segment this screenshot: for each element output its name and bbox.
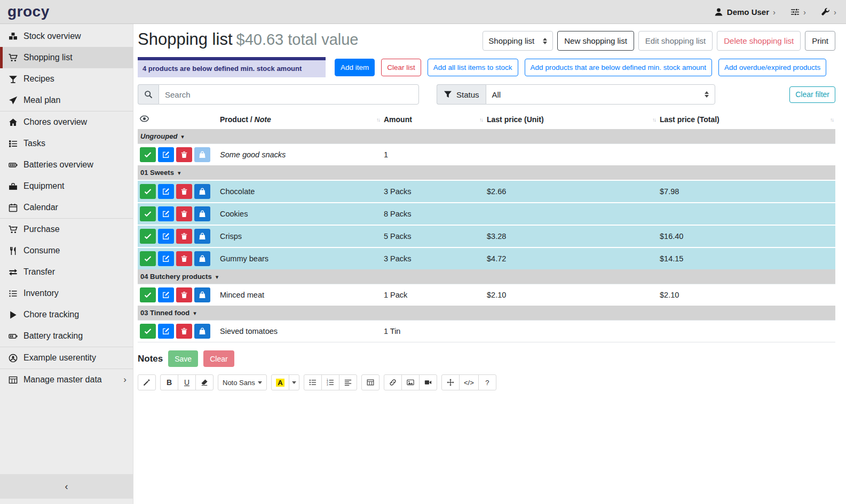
add-overdue-button[interactable]: Add overdue/expired products xyxy=(718,59,826,76)
sidebar-item-tasks[interactable]: Tasks xyxy=(0,133,133,154)
clear-filter-button[interactable]: Clear filter xyxy=(789,86,835,103)
font-color-caret-button[interactable] xyxy=(289,374,299,390)
user-menu[interactable]: Demo User › xyxy=(714,7,776,17)
sidebar-item-battery-tracking[interactable]: Battery tracking xyxy=(0,325,133,347)
row-done-button[interactable] xyxy=(140,287,156,302)
group-header-ungrouped[interactable]: Ungrouped▾ xyxy=(138,129,835,144)
new-shopping-list-button[interactable]: New shopping list xyxy=(557,31,634,51)
magic-style-button[interactable] xyxy=(138,374,156,390)
notes-clear-button[interactable]: Clear xyxy=(203,350,234,367)
sidebar-item-inventory[interactable]: Inventory xyxy=(0,283,133,304)
font-color-button[interactable]: A xyxy=(271,374,289,390)
column-price-unit[interactable]: Last price (Unit)↑↓ xyxy=(485,111,658,129)
sidebar-item-equipment[interactable]: Equipment xyxy=(0,175,133,197)
row-add-to-stock-button[interactable] xyxy=(194,229,210,244)
row-delete-button[interactable] xyxy=(176,147,192,162)
sidebar-item-batteries-overview[interactable]: Batteries overview xyxy=(0,154,133,175)
sort-icon[interactable]: ↑↓ xyxy=(479,117,483,123)
add-below-min-stock-button[interactable]: Add products that are below defined min.… xyxy=(525,59,712,76)
sidebar-item-transfer[interactable]: Transfer xyxy=(0,261,133,283)
sidebar-item-chore-tracking[interactable]: Chore tracking xyxy=(0,304,133,325)
insert-video-button[interactable] xyxy=(419,374,437,390)
ordered-list-button[interactable]: 123 xyxy=(321,374,339,390)
row-edit-button[interactable] xyxy=(158,184,174,199)
code-view-button[interactable]: </> xyxy=(459,374,479,390)
add-all-to-stock-button[interactable]: Add all list items to stock xyxy=(428,59,518,76)
row-edit-button[interactable] xyxy=(158,229,174,244)
row-delete-button[interactable] xyxy=(176,287,192,302)
row-done-button[interactable] xyxy=(140,147,156,162)
sidebar-item-meal-plan[interactable]: Meal plan xyxy=(0,90,133,111)
clear-list-button[interactable]: Clear list xyxy=(381,59,421,76)
row-done-button[interactable] xyxy=(140,251,156,266)
group-header-01-sweets[interactable]: 01 Sweets▾ xyxy=(138,165,835,180)
bold-button[interactable]: B xyxy=(160,374,178,390)
action-row: 4 products are below defined min. stock … xyxy=(138,57,835,77)
row-edit-button[interactable] xyxy=(158,287,174,302)
row-delete-button[interactable] xyxy=(176,251,192,266)
sidebar-item-shopping-list[interactable]: Shopping list xyxy=(0,47,133,68)
unordered-list-button[interactable] xyxy=(304,374,322,390)
admin-menu[interactable]: › xyxy=(821,7,836,17)
column-amount[interactable]: Amount↑↓ xyxy=(382,111,485,129)
row-add-to-stock-button[interactable] xyxy=(194,184,210,199)
sidebar-item-purchase[interactable]: Purchase xyxy=(0,219,133,240)
delete-shopping-list-button[interactable]: Delete shopping list xyxy=(717,31,801,51)
settings-menu[interactable]: › xyxy=(790,7,806,17)
sidebar-item-consume[interactable]: Consume xyxy=(0,240,133,261)
row-edit-button[interactable] xyxy=(158,251,174,266)
fullscreen-button[interactable] xyxy=(441,374,460,390)
sort-icon[interactable]: ↑↓ xyxy=(652,117,655,123)
sort-icon[interactable]: ↑↓ xyxy=(830,117,833,123)
price-unit-cell: $3.28 xyxy=(485,225,658,247)
row-delete-button[interactable] xyxy=(176,229,192,244)
row-edit-button[interactable] xyxy=(158,147,174,162)
row-add-to-stock-button[interactable] xyxy=(194,251,210,266)
row-add-to-stock-button[interactable] xyxy=(194,287,210,302)
sidebar-item-chores-overview[interactable]: Chores overview xyxy=(0,111,133,133)
help-button[interactable]: ? xyxy=(478,374,496,390)
group-header-04-butchery-products[interactable]: 04 Butchery products▾ xyxy=(138,269,835,284)
row-done-button[interactable] xyxy=(140,229,156,244)
row-done-button[interactable] xyxy=(140,324,156,339)
print-button[interactable]: Print xyxy=(805,31,835,51)
bag-icon xyxy=(199,188,206,195)
add-item-button[interactable]: Add item xyxy=(335,59,375,76)
sidebar-item-example-userentity[interactable]: Example userentity xyxy=(0,347,133,369)
column-product-note[interactable]: Product / Note↑↓ xyxy=(218,111,382,129)
notes-save-button[interactable]: Save xyxy=(168,350,198,367)
sidebar-item-manage-master-data[interactable]: Manage master data› xyxy=(0,369,133,390)
sort-icon[interactable]: ↑↓ xyxy=(376,117,379,123)
row-add-to-stock-button[interactable] xyxy=(194,147,210,162)
sidebar-item-recipes[interactable]: Recipes xyxy=(0,68,133,90)
search-input[interactable] xyxy=(159,84,419,105)
bag-icon xyxy=(199,291,206,299)
eye-icon[interactable] xyxy=(140,114,149,123)
underline-button[interactable]: U xyxy=(178,374,196,390)
app-logo[interactable]: grocy xyxy=(7,4,50,19)
row-edit-button[interactable] xyxy=(158,324,174,339)
insert-link-button[interactable] xyxy=(384,374,402,390)
shopping-list-select[interactable]: Shopping list xyxy=(483,31,553,51)
notes-editor-area[interactable] xyxy=(138,390,835,497)
row-add-to-stock-button[interactable] xyxy=(194,206,210,221)
paragraph-align-button[interactable] xyxy=(339,374,357,390)
row-edit-button[interactable] xyxy=(158,206,174,221)
row-add-to-stock-button[interactable] xyxy=(194,324,210,339)
edit-shopping-list-button[interactable]: Edit shopping list xyxy=(638,31,713,51)
status-select[interactable]: All xyxy=(486,84,715,105)
font-family-button[interactable]: Noto Sans xyxy=(218,374,267,390)
row-done-button[interactable] xyxy=(140,206,156,221)
row-done-button[interactable] xyxy=(140,184,156,199)
group-header-03-tinned-food[interactable]: 03 Tinned food▾ xyxy=(138,306,835,321)
sidebar-item-calendar[interactable]: Calendar xyxy=(0,197,133,218)
insert-table-button[interactable] xyxy=(361,374,379,390)
row-delete-button[interactable] xyxy=(176,206,192,221)
clear-formatting-button[interactable] xyxy=(195,374,214,390)
column-price-total[interactable]: Last price (Total)↑↓ xyxy=(658,111,835,129)
sidebar-collapse-button[interactable]: ‹ xyxy=(0,474,133,499)
sidebar-item-stock-overview[interactable]: Stock overview xyxy=(0,26,133,47)
row-delete-button[interactable] xyxy=(176,324,192,339)
insert-picture-button[interactable] xyxy=(401,374,420,390)
row-delete-button[interactable] xyxy=(176,184,192,199)
